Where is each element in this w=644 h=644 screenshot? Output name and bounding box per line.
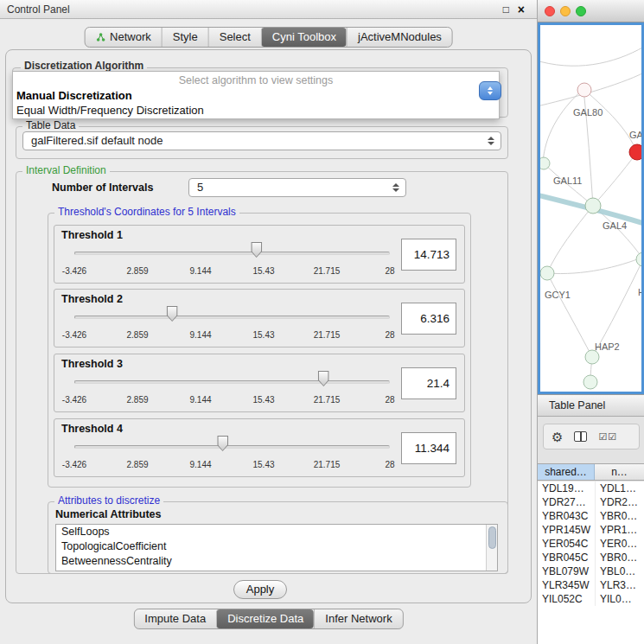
numerical-attributes-list: SelfLoopsTopologicalCoefficientBetweenne… (55, 524, 498, 571)
scale-label: -3.426 (62, 460, 86, 469)
tab-network[interactable]: Network (85, 28, 162, 47)
table-row[interactable]: YIL052C YIL0… (538, 592, 644, 606)
list-item[interactable]: BetweennessCentrality (56, 554, 497, 569)
scale-label: 2.859 (126, 330, 148, 340)
scrollbar-thumb[interactable] (488, 526, 496, 549)
scale-label: -3.426 (62, 395, 86, 405)
table-row[interactable]: YDR27… YDR2… (538, 495, 644, 509)
node-label-ga-partial: GA (629, 130, 641, 140)
threshold-2-slider[interactable] (74, 305, 390, 328)
float-window-icon[interactable]: □ (503, 0, 509, 19)
slider-scale: -3.4262.8599.14415.4321.71528 (74, 266, 390, 277)
cell-shared-name: YLR345W (538, 578, 595, 592)
cell-shared-name: YDL19… (538, 481, 595, 495)
cell-name: YBR0… (595, 509, 644, 523)
close-window-icon[interactable]: × (518, 0, 525, 19)
slider-track[interactable] (74, 316, 390, 319)
columns-icon[interactable] (574, 431, 587, 442)
threshold-1-panel: Threshold 1 -3.4262.8599.14415.4321.7152… (54, 225, 465, 284)
slider-thumb[interactable] (167, 306, 178, 322)
gear-icon[interactable]: ⚙ (552, 430, 563, 443)
table-row[interactable]: YLR345W YLR3… (538, 578, 644, 592)
table-row[interactable]: YDL19… YDL1… (538, 481, 644, 495)
network-node[interactable] (540, 266, 554, 280)
table-row[interactable]: YBR045C YBR0… (538, 551, 644, 564)
list-item[interactable]: SelfLoops (56, 525, 497, 539)
scale-label: 15.43 (252, 330, 274, 340)
table-data-combo-value: galFiltered.sif default node (31, 132, 163, 150)
column-header-shared[interactable]: shared… (538, 464, 595, 480)
table-row[interactable]: YBL079W YBL0… (538, 564, 644, 578)
tab-impute-data[interactable]: Impute Data (134, 609, 216, 628)
control-panel-window: Control Panel □ × Network Style Select C… (0, 0, 538, 644)
scale-label: 9.144 (189, 395, 211, 405)
tab-cyni-toolbox[interactable]: Cyni Toolbox (261, 28, 347, 47)
select-columns-icon[interactable]: ☑☑ (598, 431, 617, 443)
numerical-attributes-label: Numerical Attributes (55, 508, 161, 520)
slider-thumb[interactable] (251, 242, 262, 258)
tab-discretize-data[interactable]: Discretize Data (216, 609, 314, 628)
scale-label: 28 (385, 266, 394, 276)
algorithm-option-equal-width[interactable]: Equal Width/Frequency Discretization (16, 104, 204, 117)
slider-thumb[interactable] (217, 436, 228, 451)
node-label-gal11: GAL11 (553, 175, 582, 186)
table-row[interactable]: YER054C YER0… (538, 537, 644, 551)
algorithm-placeholder: Select algorithm to view settings (13, 74, 499, 86)
threshold-1-slider[interactable] (74, 241, 390, 264)
zoom-traffic-light-icon[interactable] (576, 6, 586, 16)
number-of-intervals-combo[interactable]: 5 (188, 178, 406, 197)
threshold-4-value-field[interactable]: 11.344 (401, 432, 456, 464)
number-of-intervals-value: 5 (197, 179, 203, 196)
node-label-h-partial: H (638, 287, 641, 297)
algorithm-option-manual[interactable]: Manual Discretization (16, 89, 132, 102)
network-canvas[interactable]: GAL80 GA GAL11 GAL4 GCY1 H HAP2 (538, 22, 644, 394)
network-node[interactable] (585, 198, 601, 214)
cell-shared-name: YBL079W (538, 564, 595, 578)
table-panel-header: Table Panel (538, 394, 644, 417)
threshold-1-value-field[interactable]: 14.713 (401, 239, 456, 271)
tab-style[interactable]: Style (162, 28, 208, 47)
tab-select[interactable]: Select (208, 28, 261, 47)
threshold-3-value-field[interactable]: 21.4 (401, 367, 456, 399)
table-panel-body: ⚙ ☑☑ shared… n… YDL19… YDL1… YDR27… YDR2… (538, 417, 644, 644)
slider-thumb[interactable] (318, 371, 329, 386)
chevron-up-icon (488, 86, 493, 90)
cell-name: YBL0… (595, 564, 644, 578)
scale-label: 28 (385, 330, 394, 340)
slider-track[interactable] (74, 380, 390, 384)
network-node[interactable] (577, 83, 591, 97)
scale-label: 9.144 (189, 330, 211, 340)
network-node[interactable] (583, 375, 597, 389)
network-node[interactable] (585, 350, 599, 364)
network-node[interactable] (636, 252, 641, 266)
table-row[interactable]: YBR043C YBR0… (538, 509, 644, 523)
table-data-combo[interactable]: galFiltered.sif default node (22, 131, 501, 150)
selected-red-node[interactable] (629, 144, 641, 160)
scale-label: 28 (385, 460, 394, 469)
apply-button[interactable]: Apply (233, 580, 287, 599)
cell-name: YER0… (595, 537, 644, 551)
tab-jactivemnodules[interactable]: jActiveMNodules (347, 28, 452, 47)
scale-label: 2.859 (126, 395, 148, 405)
cell-shared-name: YPR145W (538, 523, 595, 537)
cell-name: YLR3… (595, 578, 644, 592)
table-row[interactable]: YPR145W YPR1… (538, 523, 644, 537)
slider-track[interactable] (74, 252, 390, 255)
close-traffic-light-icon[interactable] (545, 6, 555, 16)
algorithm-combo-button[interactable] (479, 81, 501, 100)
scale-label: 21.715 (314, 460, 341, 469)
slider-scale: -3.4262.8599.14415.4321.71528 (74, 460, 390, 470)
threshold-4-panel: Threshold 4 -3.4262.8599.14415.4321.7152… (54, 418, 465, 477)
tab-network-label: Network (110, 28, 151, 47)
network-node[interactable] (540, 157, 550, 169)
column-header-name[interactable]: n… (595, 464, 644, 480)
node-label-gcy1: GCY1 (545, 290, 571, 300)
threshold-3-slider[interactable] (74, 370, 390, 392)
list-scrollbar[interactable] (486, 525, 497, 571)
threshold-2-value-field[interactable]: 6.316 (401, 303, 456, 335)
slider-track[interactable] (74, 445, 390, 449)
threshold-4-slider[interactable] (74, 435, 390, 457)
minimize-traffic-light-icon[interactable] (560, 6, 571, 16)
list-item[interactable]: TopologicalCoefficient (56, 539, 497, 554)
tab-infer-network[interactable]: Infer Network (314, 609, 402, 628)
